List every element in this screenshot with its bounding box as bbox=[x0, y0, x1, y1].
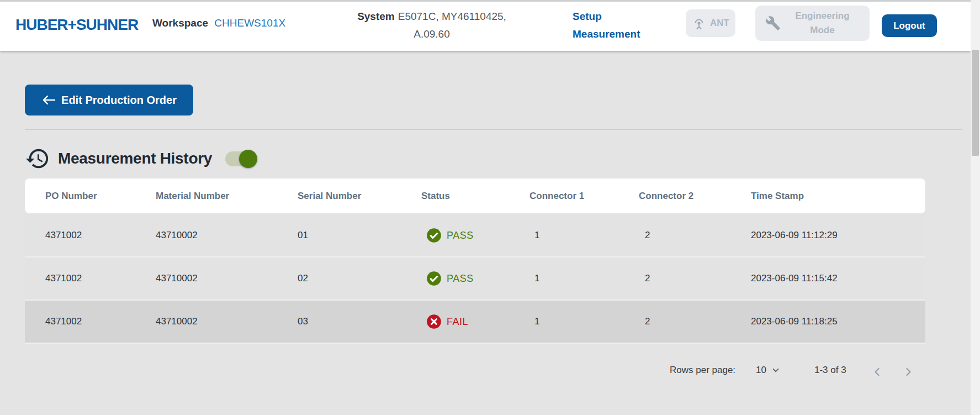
cell-serial-number: 03 bbox=[298, 301, 308, 343]
section-title: Measurement History bbox=[58, 150, 212, 167]
table-row[interactable]: 4371002 43710002 03 FAIL 1 2 2023-06-09 … bbox=[25, 301, 925, 344]
column-connector-1: Connector 1 bbox=[529, 178, 584, 213]
status-text: PASS bbox=[447, 230, 474, 241]
measurement-history-header: Measurement History bbox=[25, 145, 255, 172]
column-po-number: PO Number bbox=[45, 178, 97, 213]
pagination-range: 1-3 of 3 bbox=[814, 358, 846, 382]
table-row[interactable]: 4371002 43710002 01 PASS 1 2 2023-06-09 … bbox=[25, 214, 925, 258]
chevron-left-icon bbox=[871, 365, 884, 379]
table-header-row: PO Number Material Number Serial Number … bbox=[25, 178, 925, 213]
wrench-icon bbox=[765, 15, 781, 31]
next-page-button[interactable] bbox=[902, 364, 915, 388]
workspace-info: Workspace CHHEWS101X bbox=[152, 17, 285, 29]
measurement-history-toggle[interactable] bbox=[225, 151, 255, 166]
column-connector-2: Connector 2 bbox=[639, 178, 693, 213]
status-badge: PASS bbox=[426, 214, 474, 256]
cell-connector-2: 2 bbox=[645, 301, 650, 343]
cell-time-stamp: 2023-06-09 11:12:29 bbox=[751, 214, 838, 256]
huber-suhner-logo: HUBER+SUHNER bbox=[15, 16, 138, 34]
cell-serial-number: 02 bbox=[298, 258, 308, 300]
workspace-value-link[interactable]: CHHEWS101X bbox=[214, 17, 285, 29]
cell-material-number: 43710002 bbox=[156, 301, 198, 343]
chevron-down-icon bbox=[771, 365, 781, 375]
engineering-mode-label: Engineering Mode bbox=[781, 9, 864, 38]
cell-connector-2: 2 bbox=[645, 258, 650, 300]
ant-button[interactable]: ANT bbox=[686, 9, 735, 37]
check-circle-icon bbox=[426, 271, 442, 286]
vertical-scrollbar[interactable] bbox=[971, 0, 980, 415]
cell-po-number: 4371002 bbox=[45, 214, 82, 256]
rows-per-page-select[interactable]: 10 bbox=[756, 358, 781, 382]
system-value-line1: E5071C, MY46110425, bbox=[398, 10, 506, 22]
column-time-stamp: Time Stamp bbox=[751, 178, 804, 213]
system-info: SystemE5071C, MY46110425, A.09.60 bbox=[338, 8, 526, 43]
ant-button-label: ANT bbox=[710, 18, 729, 29]
cell-po-number: 4371002 bbox=[45, 258, 82, 300]
app-header: HUBER+SUHNER Workspace CHHEWS101X System… bbox=[0, 0, 971, 51]
status-text: FAIL bbox=[447, 316, 468, 328]
antenna-icon bbox=[692, 16, 706, 30]
status-badge: PASS bbox=[426, 258, 474, 300]
workspace-label: Workspace bbox=[152, 17, 208, 29]
logout-button[interactable]: Logout bbox=[882, 14, 937, 37]
column-material-number: Material Number bbox=[156, 178, 229, 213]
status-text: PASS bbox=[447, 273, 474, 285]
edit-production-order-label: Edit Production Order bbox=[61, 94, 177, 107]
engineering-mode-button[interactable]: Engineering Mode bbox=[755, 6, 870, 41]
cell-connector-1: 1 bbox=[534, 258, 539, 300]
toggle-knob bbox=[239, 150, 257, 168]
cell-time-stamp: 2023-06-09 11:15:42 bbox=[751, 258, 838, 300]
system-value-line2: A.09.60 bbox=[414, 28, 450, 40]
pagination-bar: Rows per page: 10 1-3 of 3 bbox=[25, 358, 925, 382]
column-serial-number: Serial Number bbox=[298, 178, 361, 213]
cell-connector-1: 1 bbox=[534, 214, 539, 256]
arrow-left-icon bbox=[41, 94, 56, 106]
table-row[interactable]: 4371002 43710002 02 PASS 1 2 2023-06-09 … bbox=[25, 258, 925, 301]
chevron-right-icon bbox=[902, 365, 915, 379]
scrollbar-thumb[interactable] bbox=[972, 50, 979, 156]
cell-connector-1: 1 bbox=[534, 301, 539, 343]
nav-setup-measurement[interactable]: Setup Measurement bbox=[573, 8, 640, 43]
system-label: System bbox=[357, 10, 395, 22]
cell-material-number: 43710002 bbox=[156, 214, 198, 256]
rows-per-page-label: Rows per page: bbox=[670, 358, 735, 382]
status-badge: FAIL bbox=[426, 301, 468, 343]
cell-material-number: 43710002 bbox=[156, 258, 198, 300]
check-circle-icon bbox=[426, 228, 442, 243]
history-clock-icon bbox=[25, 146, 50, 171]
cell-serial-number: 01 bbox=[298, 214, 308, 256]
x-circle-icon bbox=[426, 314, 442, 329]
previous-page-button[interactable] bbox=[871, 364, 884, 388]
rows-per-page-value: 10 bbox=[756, 358, 766, 382]
section-divider bbox=[25, 129, 962, 130]
column-status: Status bbox=[421, 178, 450, 213]
edit-production-order-button[interactable]: Edit Production Order bbox=[25, 85, 193, 115]
window-top-edge bbox=[0, 0, 980, 2]
cell-po-number: 4371002 bbox=[45, 301, 82, 343]
cell-time-stamp: 2023-06-09 11:18:25 bbox=[751, 301, 838, 343]
cell-connector-2: 2 bbox=[645, 214, 650, 256]
